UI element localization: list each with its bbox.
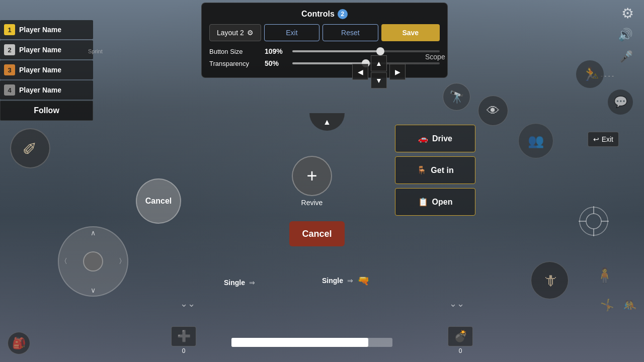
save-button[interactable]: Save <box>381 24 440 41</box>
scope-icon[interactable]: 🔭 <box>443 83 470 111</box>
controls-title: Controls 2 <box>209 9 440 19</box>
button-size-slider[interactable] <box>292 50 440 52</box>
revive-plus-icon: + <box>306 167 317 185</box>
eye-icon: 👁 <box>487 103 500 119</box>
controls-buttons: Layout 2 ⚙ Exit Reset Save <box>209 24 440 41</box>
sniper-prone-icon: 🤼 <box>623 299 636 312</box>
medkit[interactable]: ➕ 0 <box>171 326 196 354</box>
player-list: 1 Player Name 2 Player Name 3 Player Nam… <box>0 20 93 122</box>
weapon-slot-1[interactable]: Single ⇒ <box>224 279 255 287</box>
layout-button[interactable]: Layout 2 ⚙ <box>209 24 261 41</box>
button-size-value: 109% <box>265 47 292 55</box>
layout-gear-icon: ⚙ <box>247 29 254 37</box>
player-badge-3: 3 <box>4 64 15 75</box>
controls-badge: 2 <box>338 9 348 19</box>
revive-label: Revive <box>301 199 323 207</box>
layout-name: Layout 2 <box>217 29 244 37</box>
gun-icon: 🔫 <box>357 275 370 287</box>
joystick-right-arrow: 〉 <box>119 257 126 266</box>
player-name-3: Player Name <box>19 66 61 74</box>
reset-button[interactable]: Reset <box>323 24 378 41</box>
joystick-down-arrow: ∨ <box>91 286 96 294</box>
player-item-3[interactable]: 3 Player Name <box>0 60 93 79</box>
chat-button[interactable]: 💬 <box>608 89 633 115</box>
weapon-1-mode: Single <box>224 279 245 287</box>
player-badge-2: 2 <box>4 44 15 55</box>
get-in-icon: 🪑 <box>417 165 427 175</box>
drive-button[interactable]: 🚗 Drive <box>395 125 475 152</box>
sprint-label: Sprint <box>88 48 103 54</box>
dpad-area: ◀ ▲ ▼ ▶ <box>352 55 636 88</box>
bag-icon: 🎒 <box>12 337 26 350</box>
player-item-4[interactable]: 4 Player Name <box>0 80 93 100</box>
prone-icon: 🧍 <box>595 267 614 284</box>
weapon-circle: ✏ <box>10 128 50 168</box>
bag-button[interactable]: 🎒 <box>8 332 30 354</box>
exit-text: Exit <box>602 135 613 143</box>
grenade[interactable]: 💣 0 <box>448 326 473 354</box>
tactician-icon: 🤸 <box>600 299 614 312</box>
player-badge-4: 4 <box>4 84 15 96</box>
eye-button[interactable]: 👁 <box>478 96 508 126</box>
dpad-right[interactable]: ▶ <box>389 64 406 80</box>
cancel-center-button[interactable]: Cancel <box>289 221 345 246</box>
weapon-1-arrow: ⇒ <box>249 279 255 287</box>
transparency-value: 50% <box>265 59 292 67</box>
follow-button[interactable]: Follow <box>0 101 93 121</box>
dpad-center: ▲ ▼ <box>371 55 387 88</box>
drive-label: Drive <box>432 134 452 143</box>
bullet-icon: ✏ <box>18 136 43 161</box>
medkit-count: 0 <box>182 347 186 354</box>
dpad-down[interactable]: ▼ <box>371 72 387 88</box>
player-name-2: Player Name <box>19 46 61 54</box>
open-label: Open <box>432 198 453 207</box>
drive-icon: 🚗 <box>418 134 428 143</box>
open-button[interactable]: 📋 Open <box>395 188 475 216</box>
cancel-left-button[interactable]: Cancel <box>136 178 181 224</box>
health-bar <box>231 338 392 347</box>
vehicle-buttons: 🚗 Drive 🪑 Get in 📋 Open <box>395 125 475 216</box>
prone-figure: 🧍 <box>595 266 614 284</box>
down-arrow-2: ⌄⌄ <box>449 298 464 309</box>
joystick-up-arrow: ∧ <box>91 229 96 237</box>
settings-button[interactable]: ⚙ <box>621 5 634 22</box>
grenade-icon: 💣 <box>448 326 473 346</box>
crosshair[interactable] <box>576 204 611 239</box>
player-item-2[interactable]: 2 Player Name <box>0 40 93 59</box>
knife-icon: 🗡 <box>542 272 557 289</box>
knife-button[interactable]: 🗡 <box>531 261 569 299</box>
volume-icon: 🔊 <box>618 28 633 41</box>
weapon-2-mode: Single <box>322 277 343 285</box>
weapon-2-arrow: ⇒ <box>347 277 353 285</box>
revive-button[interactable]: + <box>292 156 332 196</box>
transparency-label: Transparency <box>209 60 265 67</box>
crosshair-svg <box>576 204 611 239</box>
exit-arrow-icon: ↩ <box>593 135 599 143</box>
team-button[interactable]: 👥 <box>518 123 553 158</box>
get-in-button[interactable]: 🪑 Get in <box>395 156 475 184</box>
button-size-label: Button Size <box>209 48 265 55</box>
player-name-4: Player Name <box>19 86 61 94</box>
exit-label-right[interactable]: ↩ Exit <box>588 132 619 147</box>
player-badge-1: 1 <box>4 24 15 35</box>
button-size-row: Button Size 109% <box>209 47 440 55</box>
revive-container: + Revive <box>292 156 332 207</box>
player-item-1[interactable]: 1 Player Name <box>0 20 93 39</box>
team-icon: 👥 <box>528 133 544 149</box>
medkit-icon: ➕ <box>171 326 196 346</box>
dpad-left[interactable]: ◀ <box>352 64 368 80</box>
dpad-up[interactable]: ▲ <box>371 55 387 71</box>
weapon-slot-2[interactable]: Single ⇒ 🔫 <box>322 275 370 287</box>
chat-icon: 💬 <box>614 96 627 109</box>
scope-area: Scope <box>425 53 445 61</box>
down-arrow-1: ⌄⌄ <box>180 298 195 309</box>
joystick-left-arrow: 〈 <box>60 257 67 266</box>
exit-button[interactable]: Exit <box>264 24 319 41</box>
volume-button[interactable]: 🔊 <box>618 28 633 42</box>
grenade-count: 0 <box>459 347 462 354</box>
health-bar-fill <box>231 338 368 347</box>
open-icon: 📋 <box>418 197 428 207</box>
player-name-1: Player Name <box>19 26 61 34</box>
gear-icon: ⚙ <box>621 6 634 21</box>
joystick-arrows: ∧ ∨ 〈 〉 <box>58 226 128 297</box>
